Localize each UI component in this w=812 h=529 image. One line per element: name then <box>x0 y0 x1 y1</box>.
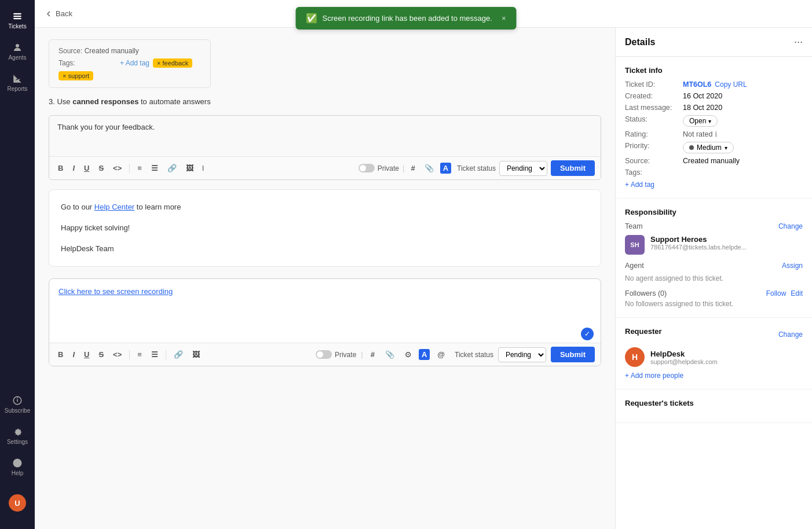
created-row: Created: 16 Oct 2020 <box>625 92 803 100</box>
toast-close-button[interactable]: × <box>502 14 506 23</box>
sidebar-item-settings[interactable]: Settings <box>3 421 32 450</box>
priority-row: Priority: Medium ▾ <box>625 142 803 153</box>
ticket-info-title: Ticket info <box>625 66 803 75</box>
compose-format-button[interactable]: A <box>419 349 430 360</box>
priority-badge[interactable]: Medium ▾ <box>683 142 734 153</box>
sidebar-item-tickets[interactable]: Tickets <box>3 6 32 35</box>
team-name: Support Heroes <box>650 235 747 244</box>
compose-ordered-list-button[interactable]: ≡ <box>134 348 145 361</box>
compose-toolbar: B I U S <> ≡ ☰ 🔗 🖼 Private <box>49 343 601 366</box>
compose-strikethrough-button[interactable]: S <box>96 348 107 361</box>
reply-toolbar: B I U S <> ≡ ☰ 🔗 🖼 I Private <box>49 156 601 179</box>
back-button[interactable]: Back <box>44 9 72 19</box>
compose-underline-button[interactable]: U <box>81 348 92 361</box>
compose-bold-button[interactable]: B <box>55 348 66 361</box>
help-center-link[interactable]: Help Center <box>94 203 134 211</box>
screen-recording-link[interactable]: Click here to see screen recording <box>58 287 173 296</box>
follow-button[interactable]: Follow <box>766 289 787 297</box>
step-instruction: 3. Use canned responses to automate answ… <box>49 97 601 106</box>
team-card: SH Support Heroes 786176447@tickets.labs… <box>625 235 803 255</box>
team-label: Team <box>625 222 643 230</box>
hash-button[interactable]: # <box>408 162 418 174</box>
reply-box-content[interactable]: Thank you for your feedback. <box>49 116 601 156</box>
compose-at-button[interactable]: @ <box>434 348 448 361</box>
bold-button[interactable]: B <box>55 162 66 174</box>
private-switch[interactable] <box>359 164 375 172</box>
check-circle-icon: ✓ <box>581 328 594 340</box>
compose-circle-button[interactable]: ⊙ <box>402 348 414 361</box>
add-tag-button[interactable]: + Add tag <box>625 181 654 189</box>
responsibility-section: Responsibility Team Change SH Support He… <box>616 199 812 318</box>
svg-point-3 <box>16 44 19 47</box>
unordered-list-button[interactable]: ☰ <box>148 162 161 174</box>
panel-title: Details <box>625 37 655 47</box>
attach-button[interactable]: 📎 <box>422 162 437 174</box>
agent-section: Agent Assign No agent assigned to this t… <box>625 262 803 282</box>
toast-check-icon: ✅ <box>306 13 317 24</box>
source-row: Source: Created manually <box>625 157 803 165</box>
svg-rect-2 <box>13 18 21 19</box>
code-button[interactable]: <> <box>110 162 125 174</box>
status-badge[interactable]: Open ▾ <box>683 115 718 127</box>
format-button[interactable]: A <box>440 163 451 174</box>
tags-row-detail: Tags: <box>625 168 803 177</box>
add-more-people-button[interactable]: + Add more people <box>625 372 803 380</box>
message-line-2: Happy ticket solving! <box>61 222 589 234</box>
reply-status-select[interactable]: Pending Open Solved <box>499 161 547 176</box>
source-value: Created manually <box>683 157 740 165</box>
sidebar-item-reports[interactable]: Reports <box>3 68 32 97</box>
cursor-indicator: I <box>202 164 204 172</box>
svg-rect-1 <box>13 16 21 17</box>
ordered-list-button[interactable]: ≡ <box>134 162 145 174</box>
add-tag-link[interactable]: + Add tag <box>120 59 149 67</box>
compose-private-switch[interactable] <box>316 350 332 359</box>
compose-attach-button[interactable]: 📎 <box>382 348 397 361</box>
team-header-row: Team Change <box>625 222 803 230</box>
image-button[interactable]: 🖼 <box>183 162 196 174</box>
edit-button[interactable]: Edit <box>791 289 803 297</box>
tag-feedback: × feedback <box>153 58 192 68</box>
status-row: Status: Open ▾ <box>625 115 803 127</box>
ticket-id-row: Ticket ID: MT6OL6 Copy URL <box>625 80 803 89</box>
sidebar-item-help[interactable]: Help <box>3 453 32 482</box>
toast-notification: ✅ Screen recording link has been added t… <box>295 7 516 30</box>
created-value: 16 Oct 2020 <box>683 92 722 100</box>
sidebar-item-subscribe[interactable]: Subscribe <box>3 390 32 419</box>
add-tag-area: + Add tag <box>625 180 803 189</box>
italic-button[interactable]: I <box>70 162 78 174</box>
right-panel: Details ··· Ticket info Ticket ID: MT6OL… <box>615 28 812 529</box>
underline-button[interactable]: U <box>81 162 92 174</box>
reply-box: Thank you for your feedback. B I U S <> … <box>49 115 601 180</box>
sidebar-item-agents[interactable]: Agents <box>3 37 32 66</box>
no-followers-text: No followers assigned to this ticket. <box>625 300 803 308</box>
compose-private-toggle: Private <box>316 350 356 359</box>
compose-hash-button[interactable]: # <box>368 348 378 361</box>
strikethrough-button[interactable]: S <box>96 162 107 174</box>
compose-code-button[interactable]: <> <box>110 348 125 361</box>
link-button[interactable]: 🔗 <box>164 162 180 174</box>
svg-rect-0 <box>13 13 21 14</box>
compose-image-button[interactable]: 🖼 <box>189 348 203 361</box>
compose-link-button[interactable]: 🔗 <box>171 348 186 361</box>
agent-label: Agent <box>625 262 644 270</box>
message-line-3: HelpDesk Team <box>61 243 589 255</box>
compose-unordered-list-button[interactable]: ☰ <box>148 348 161 361</box>
requester-change-button[interactable]: Change <box>778 330 803 339</box>
compose-status-select[interactable]: Pending Open Solved <box>498 347 546 362</box>
assign-button[interactable]: Assign <box>782 262 803 270</box>
compose-check-area: ✓ <box>49 325 601 343</box>
team-change-button[interactable]: Change <box>778 222 803 230</box>
reply-submit-button[interactable]: Submit <box>551 160 595 176</box>
copy-url-button[interactable]: Copy URL <box>715 80 747 89</box>
message-card: Go to our Help Center to learn more Happ… <box>49 189 601 267</box>
more-options-button[interactable]: ··· <box>794 36 803 48</box>
compose-content[interactable]: Click here to see screen recording <box>49 279 601 325</box>
compose-submit-button[interactable]: Submit <box>551 347 595 362</box>
user-avatar[interactable]: U <box>3 488 32 517</box>
requester-card: H HelpDesk support@helpdesk.com <box>625 347 803 367</box>
team-email: 786176447@tickets.labs.helpde... <box>650 244 747 251</box>
requester-avatar: H <box>625 347 645 367</box>
priority-dot <box>689 145 694 150</box>
compose-italic-button[interactable]: I <box>70 348 78 361</box>
panel-header: Details ··· <box>616 28 812 57</box>
